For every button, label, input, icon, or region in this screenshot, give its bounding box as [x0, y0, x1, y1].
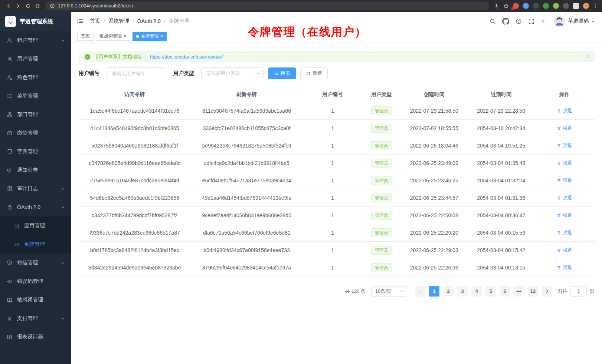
page-size-select[interactable]: 10条/页	[371, 286, 407, 297]
tab-home[interactable]: 首页	[77, 32, 94, 41]
sidebar-item-oauth-apps[interactable]: 应用管理	[0, 216, 71, 235]
extension-red-icon[interactable]	[513, 3, 519, 9]
sidebar-item-dict[interactable]: 字典管理	[0, 142, 71, 161]
user-name: 芋道源码	[568, 18, 589, 24]
close-icon[interactable]: ×	[124, 34, 127, 39]
access-token-cell: f9336e7c7dd242a283ee98dc86b17a87	[79, 224, 191, 241]
alert-close-icon[interactable]: ×	[586, 53, 589, 60]
force-logout-button[interactable]: 强退	[557, 125, 572, 132]
page-button-3[interactable]: 3	[457, 286, 468, 297]
force-logout-button[interactable]: 强退	[557, 160, 572, 166]
sidebar-item-label: 令牌管理	[24, 241, 45, 248]
doc-link[interactable]: https://doc.iocoder.cn/user-center/	[150, 54, 223, 60]
sidebar-item-error-code[interactable]: 错误码管理	[0, 272, 71, 291]
force-logout-button[interactable]: 强退	[557, 107, 572, 114]
tab-token-management[interactable]: 令牌管理 ×	[132, 32, 167, 41]
table-row: 6d842e2924594de9a09e45e087323abe 8796295…	[79, 259, 595, 276]
profile-avatar-icon[interactable]	[583, 3, 589, 9]
fullscreen-icon[interactable]	[528, 18, 534, 24]
table-row: 1ea5e44f8bc1467aaede43144f31de76 811c530…	[79, 102, 595, 119]
breadcrumb-system[interactable]: 系统管理	[108, 18, 129, 24]
page-button-12[interactable]: 12	[528, 286, 538, 297]
user-type-placeholder: 请选择用户类型	[206, 70, 240, 77]
sidebar-item-payment[interactable]: ¥ 支付管理	[0, 309, 71, 328]
create-time-cell: 2022-07-02 18:55:55	[400, 119, 468, 137]
sidebar-item-user[interactable]: 用户管理	[0, 50, 71, 68]
force-logout-label: 强退	[563, 125, 572, 132]
svg-text:T: T	[542, 19, 545, 24]
search-button[interactable]: 搜索	[268, 67, 296, 79]
sidebar-item-menu[interactable]: 菜单管理	[0, 87, 71, 105]
force-logout-button[interactable]: 强退	[557, 195, 572, 201]
force-logout-button[interactable]: 强退	[557, 212, 572, 219]
prev-page-button[interactable]	[415, 286, 425, 297]
org-tree-icon	[6, 112, 13, 118]
page-button-4[interactable]: 4	[471, 286, 482, 297]
more-menu-icon[interactable]: ⋮	[593, 3, 598, 9]
sidebar-item-oauth-tokens[interactable]: 令牌管理	[0, 235, 71, 254]
page-ellipsis-button[interactable]: •••	[514, 286, 524, 297]
extension-blue-icon[interactable]	[523, 3, 529, 9]
force-logout-label: 强退	[563, 229, 572, 236]
force-logout-button[interactable]: 强退	[557, 264, 572, 271]
text-size-icon[interactable]: TT	[541, 18, 547, 24]
extension-lime-icon[interactable]	[553, 3, 559, 9]
sidebar-item-audit-log[interactable]: 审计日志	[0, 179, 71, 198]
sidebar-item-oauth[interactable]: OAuth 2.0	[0, 198, 71, 216]
app-logo[interactable]: 芋道管理系统	[0, 12, 71, 31]
page-button-1[interactable]: 1	[429, 286, 439, 297]
breadcrumb-oauth[interactable]: OAuth 2.0	[137, 18, 161, 24]
chevron-down-icon	[256, 71, 260, 76]
url-bar[interactable]: 127.0.0.1:1024/system/oauth2/token	[45, 1, 489, 10]
page-button-5[interactable]: 5	[485, 286, 496, 297]
sidebar-item-post[interactable]: 岗位管理	[0, 124, 71, 142]
sidebar-item-dept[interactable]: 部门管理	[0, 105, 71, 124]
extension-pin-icon[interactable]	[563, 3, 569, 9]
next-page-button[interactable]	[542, 286, 552, 297]
tab-sensitive-words[interactable]: 敏感词管理 ×	[96, 32, 130, 41]
force-logout-button[interactable]: 强退	[557, 247, 572, 254]
sidebar-toggle-icon[interactable]	[573, 3, 579, 9]
goto-page-input[interactable]	[570, 286, 587, 297]
site-info-icon[interactable]	[50, 3, 55, 9]
sidebar-item-tenant[interactable]: 租户管理	[0, 31, 71, 50]
user-menu[interactable]: 芋道源码	[554, 16, 595, 27]
sidebar-item-notice[interactable]: 通知公告	[0, 161, 71, 179]
extension-dark-icon[interactable]	[533, 3, 539, 9]
sidebar-item-role[interactable]: 角色管理	[0, 68, 71, 87]
github-icon[interactable]	[502, 18, 509, 25]
user-type-cell: 管理员	[363, 137, 400, 154]
force-logout-button[interactable]: 强退	[557, 142, 572, 149]
user-id-input[interactable]	[107, 67, 165, 79]
close-icon[interactable]: ×	[161, 34, 164, 39]
extension-green-icon[interactable]	[543, 3, 549, 9]
sidebar-item-report-designer[interactable]: 报表设计器	[0, 328, 71, 346]
breadcrumb-home[interactable]: 首页	[90, 18, 100, 24]
search-icon[interactable]	[490, 18, 496, 24]
share-icon[interactable]	[494, 3, 499, 9]
bookmark-star-icon[interactable]	[503, 3, 509, 9]
chevron-down-icon	[61, 261, 65, 265]
app-frame: 芋道管理系统 租户管理 用户管理 角色管理 菜单	[0, 12, 602, 364]
home-icon[interactable]	[33, 1, 42, 11]
table-row: f9336e7c7dd242a283ee98dc86b17a87 dfa6c71…	[79, 224, 595, 241]
sidebar-item-sms[interactable]: 短信管理	[0, 254, 71, 272]
expire-time-cell: 2054-03-04 00:36:47	[468, 206, 534, 224]
sidebar: 芋道管理系统 租户管理 用户管理 角色管理 菜单	[0, 12, 71, 364]
forward-icon[interactable]	[13, 1, 23, 11]
back-icon[interactable]	[4, 1, 13, 11]
page-button-2[interactable]: 2	[443, 286, 454, 297]
action-cell: 强退	[534, 137, 595, 154]
force-logout-button[interactable]: 强退	[557, 229, 572, 236]
reload-icon[interactable]	[23, 1, 33, 11]
expire-time-cell: 2054-03-04 00:13:15	[468, 259, 534, 276]
create-time-cell: 2022-06-25 23:44:57	[400, 189, 468, 206]
force-logout-button[interactable]: 强退	[557, 177, 572, 184]
hamburger-icon[interactable]	[77, 18, 84, 24]
main-area: 首页 / 系统管理 / OAuth 2.0 / 令牌管理 ? TT	[71, 12, 602, 364]
help-icon[interactable]: ?	[516, 18, 522, 24]
reset-button[interactable]: 重置	[300, 67, 328, 79]
sidebar-item-sensitive-words[interactable]: 敏感词管理	[0, 291, 71, 309]
user-type-select[interactable]: 请选择用户类型	[201, 67, 264, 79]
page-button-6[interactable]: 6	[500, 286, 510, 297]
